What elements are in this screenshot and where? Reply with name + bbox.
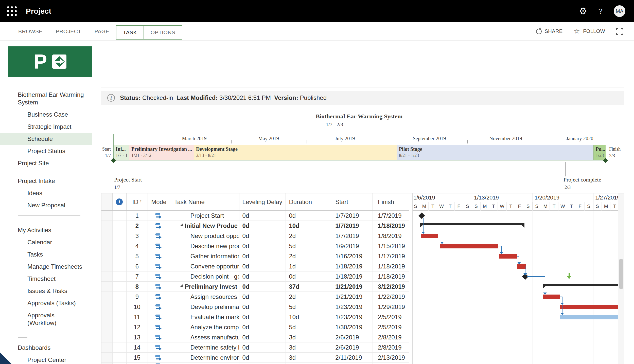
ribbon-tab-page[interactable]: PAGE [88,22,116,40]
sidebar-item-project-intake[interactable]: Project Intake [0,175,92,187]
table-row[interactable]: 10Develop preliminar0d5d1/23/20191/29/20… [101,302,409,312]
table-row[interactable]: 1Project Start0d0d1/7/20191/7/2019 [101,211,409,221]
share-button[interactable]: SHARE [536,28,563,34]
ribbon-tab-options[interactable]: OPTIONS [144,26,182,39]
sidebar-item-schedule[interactable]: Schedule [0,133,92,145]
sidebar-item-label: Issues & Risks [27,287,67,295]
collapse-icon[interactable] [180,224,183,226]
status-bar: i Status: Checked-in Last Modified: 3/30… [101,91,624,105]
table-row[interactable]: 9Assign resources t0d2d1/21/20191/22/201… [101,292,409,302]
header-task-name[interactable]: Task Name [170,193,239,210]
sidebar-item-label: My Activities [18,226,51,234]
cell-mode [148,221,170,231]
timeline-month-tick [307,140,307,143]
timeline-phase-ini[interactable]: Ini...1/7 - 1 [114,145,129,160]
info-icon[interactable]: i [116,198,123,205]
table-row[interactable]: 15Determine environ0d3d2/11/20192/13/201… [101,353,409,363]
sidebar-item-project-center[interactable]: Project Center [0,354,92,364]
cell-finish: 1/18/2019 [373,261,409,271]
task-bar[interactable] [440,244,498,248]
sidebar-item-tasks[interactable]: Tasks [0,248,92,261]
table-row[interactable]: 2Initial New Produc0d10d1/7/20191/18/201… [101,221,409,231]
table-row[interactable]: 6Convene opportun0d1d1/18/20191/18/2019 [101,261,409,271]
table-row[interactable]: 8Preliminary Invest0d37d1/21/20193/12/20… [101,282,409,292]
sidebar-item-ideas[interactable]: Ideas [0,187,92,199]
mode-icon-arrow-head [159,236,162,239]
sidebar-item-dashboards[interactable]: Dashboards [0,342,92,354]
sidebar-item-approvals-tasks[interactable]: Approvals (Tasks) [0,297,92,309]
cell-mode [148,231,170,241]
table-row[interactable]: 13Assess manufactur0d3d2/6/20192/8/2019 [101,332,409,342]
table-row[interactable]: 3New product oppo0d2d1/7/20191/8/2019 [101,231,409,241]
cell-finish: 2/8/2019 [373,332,409,342]
table-row[interactable] [101,363,409,364]
sidebar-item-calendar[interactable]: Calendar [0,236,92,248]
table-row[interactable]: 14Determine safety i0d3d2/6/20192/8/2019 [101,342,409,353]
sidebar-item-manage-timesheets[interactable]: Manage Timesheets [0,261,92,273]
table-row[interactable]: 4Describe new prod0d5d1/9/20191/15/2019 [101,241,409,251]
timeline-phase-preliminary-investigation[interactable]: Preliminary Investigation ...1/21 - 3/12 [129,145,194,160]
table-row[interactable]: 12Analyze the compe0d5d1/30/20192/5/2019 [101,322,409,332]
week-date-label: 1/13/2019 [474,194,499,201]
mode-icon-arrow-stem [156,247,159,248]
help-icon[interactable]: ? [598,7,603,15]
ribbon-tab-project[interactable]: PROJECT [49,22,88,40]
sidebar-divider [18,220,27,220]
task-bar[interactable] [499,254,517,259]
app-launcher-icon[interactable] [7,6,17,16]
collapse-icon[interactable] [180,284,183,287]
table-row[interactable]: 11Evaluate the mark0d10d1/23/20192/5/201… [101,312,409,322]
task-bar[interactable] [517,264,526,269]
table-row[interactable]: 7Decision point - gc0d0d1/18/20191/18/20… [101,271,409,282]
header-id[interactable]: ID↑ [127,193,148,210]
timeline-bar[interactable]: March 2019May 2019July 2019September 201… [113,134,605,160]
cell-mode [148,332,170,342]
row-gutter [101,302,113,312]
table-chart-splitter[interactable] [409,193,413,364]
header-finish[interactable]: Finish [373,193,409,210]
sidebar-item-biothermal-ear-warming-system[interactable]: Biothermal Ear Warming System [0,89,92,108]
header-leveling-delay[interactable]: Leveling Delay [239,193,286,210]
sidebar-item-issues-risks[interactable]: Issues & Risks [0,285,92,297]
timeline-phase-po[interactable]: Po...1/23 [593,145,606,160]
header-duration[interactable]: Duration [286,193,330,210]
sidebar-item-business-case[interactable]: Business Case [0,108,92,121]
sidebar-item-timesheet[interactable]: Timesheet [0,273,92,285]
sidebar-item-project-site[interactable]: Project Site [0,157,92,169]
mode-icon-arrow-head [159,297,162,300]
ribbon-tab-task[interactable]: TASK [116,26,144,39]
scrollbar-thumb[interactable] [619,259,623,289]
mode-icon-arrow-stem [156,298,159,299]
ribbon-tab-browse[interactable]: BROWSE [12,22,49,40]
cell-finish: 1/22/2019 [373,292,409,302]
milestone-diamond[interactable] [418,212,425,219]
green-arrow-marker-head [567,276,571,279]
sidebar-item-strategic-impact[interactable]: Strategic Impact [0,121,92,133]
header-mode[interactable]: Mode [148,193,170,210]
task-light-bar[interactable] [560,315,618,319]
avatar[interactable]: MA [614,5,625,17]
timeline-phase-pilot-stage[interactable]: Pilot Stage8/21 - 1/23 [397,145,593,160]
summary-bar[interactable] [420,223,524,225]
table-row[interactable]: 5Gather information0d2d1/16/20191/17/201… [101,251,409,261]
follow-button[interactable]: ☆ FOLLOW [574,28,605,35]
summary-bar[interactable] [543,284,618,286]
link-arrow [500,252,503,254]
vertical-scrollbar[interactable] [618,193,624,364]
task-bar[interactable] [560,305,618,309]
task-name: Develop preliminar [190,303,239,311]
settings-gear-icon[interactable]: ⚙ [579,7,587,16]
sidebar-item-new-proposal[interactable]: New Proposal [0,199,92,211]
focus-mode-icon[interactable] [616,28,623,35]
sidebar-item-label: Ideas [27,189,42,197]
cell-start: 1/9/2019 [330,241,373,251]
green-arrow-marker [569,273,570,276]
task-bar[interactable] [543,295,560,299]
sidebar-item-project-status[interactable]: Project Status [0,145,92,157]
header-start[interactable]: Start [330,193,373,210]
sidebar-item-my-activities[interactable]: My Activities [0,224,92,236]
cell-mode [148,261,170,271]
timeline-phase-development-stage[interactable]: Development Stage3/13 - 8/21 [194,145,397,160]
sidebar-item-approvals-workflow[interactable]: Approvals (Workflow) [0,309,92,329]
task-bar[interactable] [421,234,438,238]
